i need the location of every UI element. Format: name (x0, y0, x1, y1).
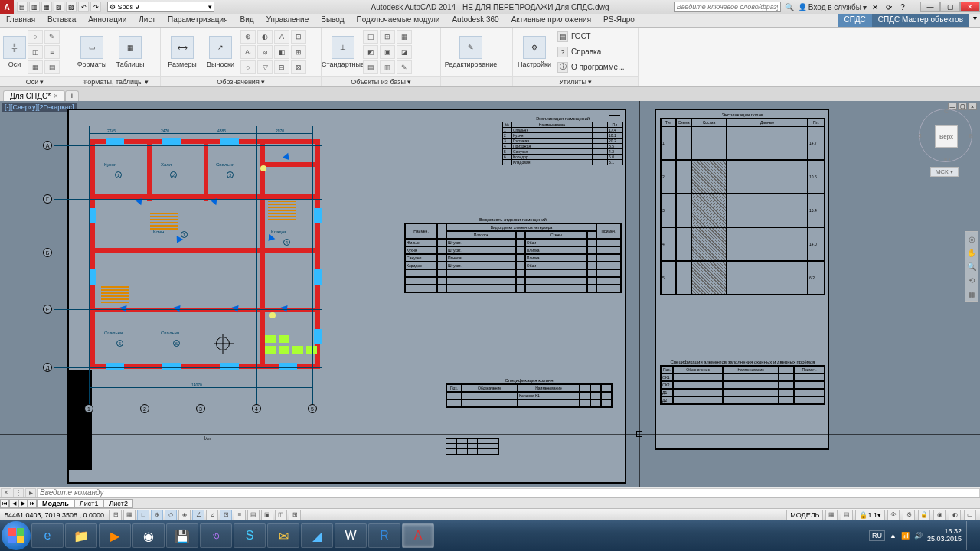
qat-saveas-icon[interactable]: ▧ (54, 2, 64, 12)
ann-5[interactable]: Aᵢ (240, 45, 256, 59)
show-desktop-button[interactable] (966, 521, 974, 550)
quickview-layouts-icon[interactable]: ▦ (825, 510, 838, 520)
start-button[interactable] (2, 521, 31, 550)
panel-formats-title[interactable]: Форматы, таблицы ▾ (70, 76, 160, 86)
app-menu-icon[interactable]: A (0, 0, 14, 14)
sign-in-button[interactable]: 👤Вход в службы▾ (798, 3, 867, 11)
ann-12[interactable]: ⊠ (291, 60, 306, 74)
ann-10[interactable]: ▽ (257, 60, 273, 74)
clock[interactable]: 16:32 25.03.2015 (927, 528, 962, 543)
taskbar-word-icon[interactable]: W (335, 523, 367, 548)
layout-tab-model[interactable]: Модель (37, 499, 74, 508)
tab-view[interactable]: Вид (234, 14, 260, 27)
model-space-button[interactable]: МОДЕЛЬ (786, 510, 823, 520)
ducs-toggle[interactable]: ⊿ (206, 510, 218, 520)
workspace-switch-icon[interactable]: ⚙ (903, 510, 915, 520)
cmdline-recent-icon[interactable]: ▸ (25, 488, 36, 497)
formats-button[interactable]: ▭Форматы (74, 36, 110, 68)
panel-utilities-title[interactable]: Утилиты ▾ (513, 76, 638, 86)
taskbar-swirl-icon[interactable]: ৩ (200, 523, 232, 548)
layout-nav-prev[interactable]: ◀ (9, 499, 18, 508)
tab-insert[interactable]: Вставка (41, 14, 82, 27)
tab-spds-master[interactable]: СПДС Мастер объектов (872, 14, 969, 27)
snap-toggle[interactable]: ⊞ (109, 510, 122, 520)
tab-output[interactable]: Вывод (315, 14, 350, 27)
ann-9[interactable]: ○ (240, 60, 256, 74)
gost-button[interactable]: ▤ГОСТ (554, 30, 628, 44)
toolbar-lock-icon[interactable]: 🔒 (918, 510, 930, 520)
axes-tool-3[interactable]: ◫ (28, 45, 43, 59)
tab-spds[interactable]: СПДС (838, 14, 871, 27)
axes-tool-4[interactable]: ≡ (44, 45, 60, 59)
layout-tab-1[interactable]: Лист1 (74, 499, 104, 508)
tray-network-icon[interactable]: 📶 (901, 532, 910, 540)
nav-showmotion-icon[interactable]: ▦ (965, 287, 978, 301)
axes-tool-2[interactable]: ✎ (44, 30, 60, 44)
new-document-tab[interactable]: + (65, 90, 79, 101)
command-input[interactable] (37, 488, 980, 497)
taskbar-app4-icon[interactable]: ◢ (301, 523, 333, 548)
axes-tool-1[interactable]: ○ (28, 30, 43, 44)
sc-toggle[interactable]: ◫ (275, 510, 287, 520)
qat-undo-icon[interactable]: ↶ (78, 2, 89, 12)
ann-6[interactable]: ⌀ (257, 45, 273, 59)
help-icon[interactable]: ? (897, 2, 908, 12)
tables-button[interactable]: ▦Таблицы (112, 36, 149, 68)
wcs-indicator[interactable]: МСК ▾ (930, 167, 959, 177)
db-9[interactable]: ✎ (397, 60, 412, 74)
tab-active-apps[interactable]: Активные приложения (505, 14, 597, 27)
qp-toggle[interactable]: ▣ (261, 510, 273, 520)
annotation-scale[interactable]: 🔒 1:1 ▾ (855, 510, 885, 520)
minimize-button[interactable]: — (920, 2, 940, 12)
tpy-toggle[interactable]: ▤ (247, 510, 260, 520)
ann-8[interactable]: ⊞ (291, 45, 306, 59)
qat-save-icon[interactable]: ▦ (41, 2, 52, 12)
qat-redo-icon[interactable]: ↷ (90, 2, 101, 12)
db-6[interactable]: ◪ (397, 45, 412, 59)
db-7[interactable]: ▤ (363, 60, 378, 74)
axes-button[interactable]: ╬Оси (3, 36, 26, 68)
db-1[interactable]: ◫ (363, 30, 378, 44)
ann-11[interactable]: ⊟ (274, 60, 289, 74)
panel-db-objects-title[interactable]: Объекты из базы ▾ (322, 76, 440, 86)
lwt-toggle[interactable]: ≡ (234, 510, 246, 520)
taskbar-skype-icon[interactable]: S (234, 523, 266, 548)
panel-axes-title[interactable]: Оси ▾ (0, 76, 70, 86)
taskbar-chrome-icon[interactable]: ◉ (132, 523, 165, 548)
document-tab[interactable]: Для СПДС*× (3, 90, 65, 101)
osnap-toggle[interactable]: ◇ (165, 510, 177, 520)
layout-nav-last[interactable]: ⏭ (28, 499, 37, 508)
dyn-toggle[interactable]: ⊡ (220, 510, 232, 520)
ann-3[interactable]: A (274, 30, 289, 44)
panel-annotations-title[interactable]: Обозначения ▾ (161, 76, 321, 86)
ann-1[interactable]: ⊕ (240, 30, 256, 44)
qat-plot-icon[interactable]: ▨ (66, 2, 77, 12)
layout-nav-next[interactable]: ▶ (18, 499, 28, 508)
osnap3d-toggle[interactable]: ◈ (178, 510, 191, 520)
ann-2[interactable]: ◐ (257, 30, 273, 44)
taskbar-media-icon[interactable]: ▶ (99, 523, 131, 548)
ann-4[interactable]: ⊡ (291, 30, 306, 44)
ann-7[interactable]: ◧ (274, 45, 289, 59)
cmdline-close-icon[interactable]: × (1, 488, 11, 497)
taskbar-save-icon[interactable]: 💾 (166, 523, 198, 548)
tab-ps-core[interactable]: PS-Ядро (597, 14, 641, 27)
close-tab-icon[interactable]: × (54, 92, 58, 100)
db-3[interactable]: ▦ (397, 30, 412, 44)
db-5[interactable]: ▣ (380, 45, 395, 59)
workspace-combo[interactable]: ⚙ Spds 9▾ (107, 2, 214, 12)
stay-connected-icon[interactable]: ⟳ (884, 2, 894, 12)
otrack-toggle[interactable]: ∠ (192, 510, 204, 520)
nav-pan-icon[interactable]: ✋ (965, 246, 978, 259)
qat-new-icon[interactable]: ▤ (17, 2, 28, 12)
search-icon[interactable]: 🔍 (784, 2, 795, 12)
db-4[interactable]: ◩ (363, 45, 378, 59)
tab-home[interactable]: Главная (0, 14, 41, 27)
tab-layout[interactable]: Лист (132, 14, 162, 27)
view-cube-face[interactable]: Верх (935, 125, 958, 148)
drawing-area[interactable]: [-][Сверху][2D-каркас] — ▢ × (0, 101, 980, 487)
taskbar-revit-icon[interactable]: R (368, 523, 400, 548)
annotation-visibility-icon[interactable]: 👁 (887, 510, 900, 520)
nav-wheel-icon[interactable]: ◎ (965, 232, 978, 246)
leaders-button[interactable]: ↗Выноски (202, 36, 239, 68)
